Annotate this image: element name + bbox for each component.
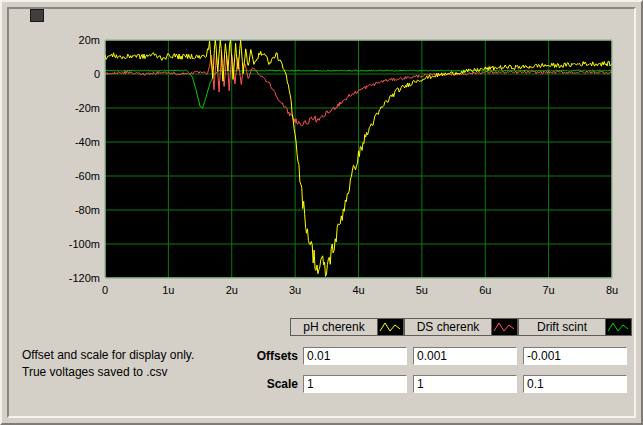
legend-item-ds-cherenk[interactable]: DS cherenk (404, 318, 518, 336)
plot-sample-icon[interactable] (492, 318, 518, 336)
offset-input-2[interactable] (523, 347, 627, 365)
legend-label: Drift scint (518, 318, 606, 336)
x-axis-tick-label: 6u (479, 284, 491, 296)
x-axis-tick-label: 5u (416, 284, 428, 296)
x-axis-tick-label: 0 (102, 284, 108, 296)
x-axis-tick-label: 7u (543, 284, 555, 296)
legend-label: pH cherenk (290, 318, 378, 336)
offset-input-1[interactable] (413, 347, 517, 365)
x-axis-tick-label: 2u (226, 284, 238, 296)
front-panel: 20m0-20m-40m-60m-80m-100m-120m01u2u3u4u5… (0, 0, 643, 425)
plot-sample-icon[interactable] (378, 318, 404, 336)
scale-input-0[interactable] (303, 375, 407, 393)
waveform-graph[interactable]: 20m0-20m-40m-60m-80m-100m-120m01u2u3u4u5… (42, 32, 627, 332)
y-axis-tick-label: -80m (75, 204, 100, 216)
legend-label: DS cherenk (404, 318, 492, 336)
note-line-1: Offset and scale for display only. (22, 347, 194, 364)
y-axis-tick-label: 0 (94, 68, 100, 80)
y-axis-tick-label: -120m (69, 272, 100, 284)
scale-label: Scale (232, 377, 298, 391)
y-axis-tick-label: -100m (69, 238, 100, 250)
x-axis-tick-label: 3u (289, 284, 301, 296)
note-line-2: True voltages saved to .csv (22, 364, 194, 381)
legend-item-ph-cherenk[interactable]: pH cherenk (290, 318, 404, 336)
chart-canvas: 20m0-20m-40m-60m-80m-100m-120m01u2u3u4u5… (42, 32, 627, 332)
scale-input-1[interactable] (413, 375, 517, 393)
panel-decoration (30, 9, 44, 22)
offsets-label: Offsets (232, 349, 298, 363)
x-axis-tick-label: 8u (606, 284, 618, 296)
y-axis-tick-label: 20m (79, 34, 100, 46)
y-axis-tick-label: -20m (75, 102, 100, 114)
scale-input-2[interactable] (523, 375, 627, 393)
x-axis-tick-label: 1u (162, 284, 174, 296)
y-axis-tick-label: -40m (75, 136, 100, 148)
offset-input-0[interactable] (303, 347, 407, 365)
x-axis-tick-label: 4u (352, 284, 364, 296)
legend-item-drift-scint[interactable]: Drift scint (518, 318, 632, 336)
note-text: Offset and scale for display only. True … (22, 347, 194, 381)
plot-sample-icon[interactable] (606, 318, 632, 336)
y-axis-tick-label: -60m (75, 170, 100, 182)
